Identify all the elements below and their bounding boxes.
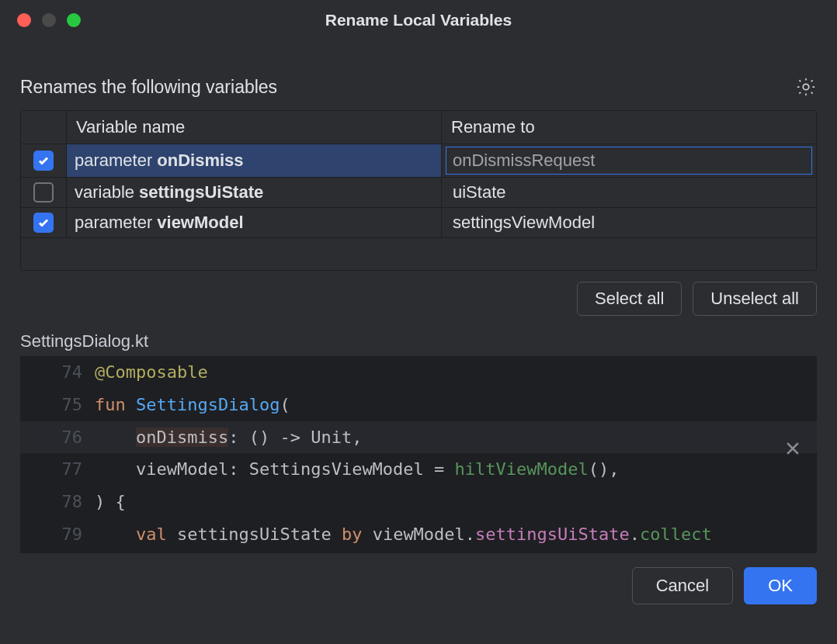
- column-rename-to: Rename to: [441, 111, 816, 144]
- unselect-all-button[interactable]: Unselect all: [693, 282, 817, 316]
- line-number: 75: [20, 389, 95, 421]
- gear-icon[interactable]: [795, 76, 817, 98]
- table-row[interactable]: variable settingsUiState uiState: [21, 177, 816, 207]
- line-number: 78: [20, 486, 95, 518]
- row-checkbox[interactable]: [33, 213, 54, 233]
- rename-value: settingsViewModel: [450, 213, 595, 233]
- line-number: 74: [20, 356, 95, 389]
- variable-kind: parameter: [75, 151, 152, 171]
- titlebar: Rename Local Variables: [0, 0, 837, 40]
- close-icon[interactable]: [784, 435, 801, 452]
- variables-table: Variable name Rename to parameter onDism…: [20, 110, 817, 271]
- table-row[interactable]: parameter viewModel settingsViewModel: [21, 207, 816, 237]
- table-spacer: [21, 237, 816, 270]
- ok-button[interactable]: OK: [744, 567, 817, 604]
- row-checkbox[interactable]: [33, 151, 54, 171]
- variable-name: onDismiss: [157, 151, 243, 171]
- svg-point-0: [803, 84, 808, 89]
- code-preview: 74@Composable 75fun SettingsDialog( 76 o…: [20, 356, 817, 553]
- table-row[interactable]: parameter onDismiss: [21, 144, 816, 177]
- preview-filename: SettingsDialog.kt: [20, 331, 817, 351]
- rename-value: uiState: [450, 182, 506, 203]
- variable-name: settingsUiState: [139, 182, 263, 203]
- line-number: 76: [20, 421, 95, 454]
- variable-kind: variable: [75, 182, 134, 203]
- variable-name: viewModel: [157, 213, 243, 233]
- cancel-button[interactable]: Cancel: [632, 567, 733, 604]
- dialog-subheading: Renames the following variables: [20, 77, 277, 98]
- rename-input[interactable]: [446, 147, 812, 175]
- table-header: Variable name Rename to: [21, 111, 816, 144]
- window-title: Rename Local Variables: [0, 11, 837, 29]
- traffic-lights: [0, 13, 81, 27]
- row-checkbox[interactable]: [33, 182, 54, 203]
- variable-kind: parameter: [75, 213, 152, 233]
- window-zoom-button[interactable]: [67, 13, 81, 27]
- column-variable-name: Variable name: [66, 111, 441, 144]
- line-number: 79: [20, 518, 95, 551]
- window-minimize-button[interactable]: [42, 13, 56, 27]
- select-all-button[interactable]: Select all: [577, 282, 682, 316]
- line-number: 77: [20, 453, 95, 486]
- window-close-button[interactable]: [17, 13, 31, 27]
